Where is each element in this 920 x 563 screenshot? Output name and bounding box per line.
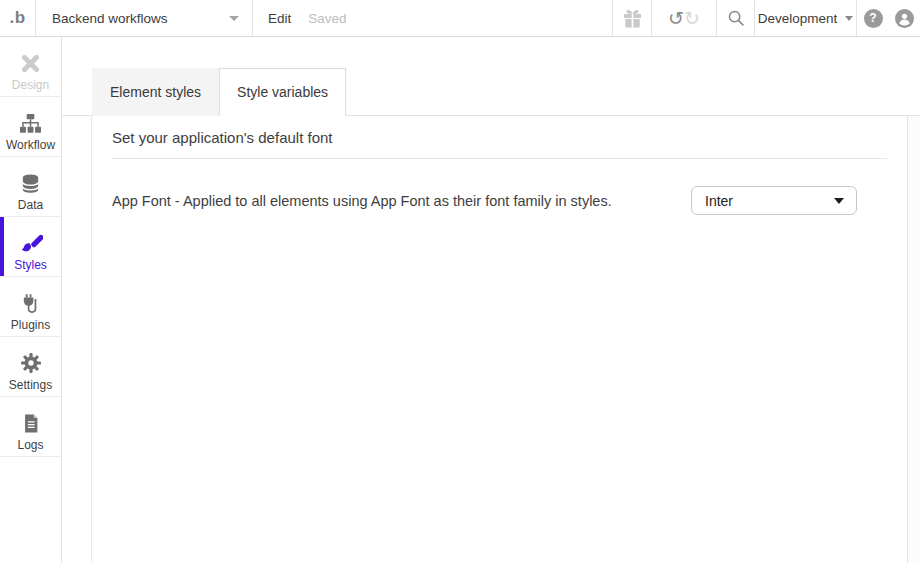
whats-new-button[interactable] (612, 0, 651, 36)
heading-divider (112, 158, 887, 159)
search-button[interactable] (716, 0, 754, 36)
app-font-select-value: Inter (705, 193, 733, 209)
tab-element-styles[interactable]: Element styles (92, 68, 219, 116)
sidebar-item-settings[interactable]: Settings (0, 337, 61, 397)
tab-style-variables[interactable]: Style variables (219, 68, 346, 116)
app-font-row: App Font - Applied to all elements using… (112, 186, 857, 215)
default-font-heading: Set your application's default font (92, 116, 907, 158)
page-selector-value: Backend workflows (52, 11, 168, 26)
redo-icon[interactable]: ↻ (684, 9, 700, 28)
sidebar-item-label: Logs (17, 439, 43, 451)
paintbrush-icon (19, 229, 43, 257)
sidebar-item-label: Settings (9, 379, 52, 391)
document-icon (21, 409, 41, 437)
sidebar-item-styles[interactable]: Styles (0, 217, 61, 277)
save-status: Saved (308, 0, 346, 36)
sidebar-item-label: Plugins (11, 319, 50, 331)
sidebar-item-workflow[interactable]: Workflow (0, 97, 61, 157)
environment-selector[interactable]: Development (754, 0, 856, 36)
search-icon (726, 8, 746, 28)
main-content: Element styles Style variables Set your … (62, 37, 920, 563)
environment-value: Development (758, 11, 838, 26)
sidebar-item-label: Workflow (6, 139, 55, 151)
chevron-down-icon (229, 16, 239, 21)
gear-icon (20, 349, 42, 377)
sidebar-item-logs[interactable]: Logs (0, 397, 61, 457)
design-tools-icon (19, 49, 42, 77)
app-font-label: App Font - Applied to all elements using… (112, 193, 691, 209)
sidebar-item-plugins[interactable]: Plugins (0, 277, 61, 337)
chevron-down-icon (845, 16, 853, 21)
page-selector-dropdown[interactable]: Backend workflows (36, 0, 253, 36)
sidebar-item-design[interactable]: Design (0, 37, 61, 97)
sidebar-item-label: Data (18, 199, 43, 211)
edit-menu[interactable]: Edit (268, 0, 291, 36)
sidebar-item-data[interactable]: Data (0, 157, 61, 217)
database-icon (20, 169, 41, 197)
bubble-editor: .b Backend workflows Edit Saved (0, 0, 920, 563)
editor-body: Design Workflow (0, 37, 920, 563)
app-font-select[interactable]: Inter (691, 186, 857, 215)
topbar: .b Backend workflows Edit Saved (0, 0, 920, 37)
history-controls: ↺ ↻ (651, 0, 716, 36)
sidebar-item-label: Design (12, 79, 49, 91)
bubble-logo[interactable]: .b (0, 0, 36, 36)
topbar-spacer (347, 0, 612, 36)
account-area: ? (856, 0, 920, 36)
undo-icon[interactable]: ↺ (668, 9, 684, 28)
workflow-sitemap-icon (19, 109, 42, 137)
help-icon[interactable]: ? (864, 9, 883, 28)
plug-icon (19, 289, 42, 317)
sidebar: Design Workflow (0, 37, 62, 563)
styles-tabstrip: Element styles Style variables (62, 37, 920, 116)
gift-icon (622, 8, 643, 29)
scrollbar-track[interactable] (908, 116, 920, 563)
chevron-down-icon (834, 198, 844, 204)
style-variables-panel: Set your application's default font App … (91, 116, 908, 563)
account-icon[interactable] (895, 9, 914, 28)
sidebar-item-label: Styles (14, 259, 47, 271)
